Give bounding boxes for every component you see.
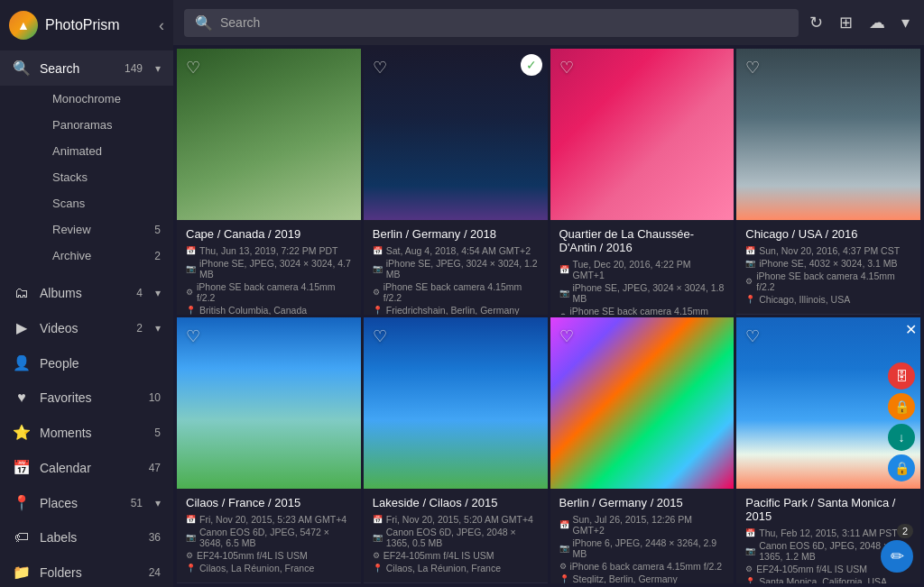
sidebar-item-folders[interactable]: 📁 Folders 24 xyxy=(0,555,173,587)
photo-info-cape: Cape / Canada / 2019 📅 Thu, Jun 13, 2019… xyxy=(177,220,361,315)
card-action-buttons: 🗄 🔒 ↓ 🔒 xyxy=(888,362,915,482)
action-fab-orange[interactable]: 🔒 xyxy=(888,393,915,420)
sidebar-item-search[interactable]: 🔍 Search 149 ▾ xyxy=(0,50,173,86)
photo-date-p1: 📅 Thu, Jun 13, 2019, 7:22 PM PDT xyxy=(186,245,352,256)
search-icon: 🔍 xyxy=(13,60,31,77)
photo-location-p1: 📍 British Columbia, Canada xyxy=(186,305,352,315)
heart-button-p3[interactable]: ♡ xyxy=(556,54,578,81)
sidebar-header: ▲ PhotoPrism ‹ xyxy=(0,0,173,50)
topbar: 🔍 ↻ ⊞ ☁ ▾ xyxy=(173,0,924,45)
photo-title-p2: Berlin / Germany / 2018 xyxy=(373,227,539,241)
sidebar-item-stacks[interactable]: Stacks xyxy=(40,164,173,190)
sidebar-item-places[interactable]: 📍 Places 51 ▾ xyxy=(0,485,173,520)
videos-icon: ▶ xyxy=(13,319,31,336)
calendar-icon: 📅 xyxy=(13,459,31,476)
sidebar-search-label: Search xyxy=(40,61,116,76)
fab-badge-count: 2 xyxy=(897,524,913,538)
photo-card-berlin2015[interactable]: ♡ Berlin / Germany / 2015 📅 Sun, Jul 26,… xyxy=(550,317,735,583)
albums-icon: 🗂 xyxy=(13,285,31,301)
search-sub-menu: Monochrome Panoramas Animated Stacks Sca… xyxy=(0,86,173,269)
labels-icon: 🏷 xyxy=(13,529,31,546)
search-box[interactable]: 🔍 xyxy=(184,9,799,37)
photo-lens-p1: ⚙ iPhone SE back camera 4.15mm f/2.2 xyxy=(186,281,352,303)
refresh-button[interactable]: ↻ xyxy=(806,9,827,36)
photo-camera-p1: 📷 iPhone SE, JPEG, 3024 × 3024, 4.7 MB xyxy=(186,258,352,280)
photo-title-p4: Chicago / USA / 2016 xyxy=(745,227,911,241)
sidebar-item-archive[interactable]: Archive 2 xyxy=(40,243,173,269)
sidebar-item-animated[interactable]: Animated xyxy=(40,138,173,164)
sidebar-item-scans[interactable]: Scans xyxy=(40,190,173,216)
photo-info-chicago: Chicago / USA / 2016 📅 Sun, Nov 20, 2016… xyxy=(736,220,920,314)
sidebar: ▲ PhotoPrism ‹ 🔍 Search 149 ▾ Monochrome… xyxy=(0,0,173,587)
search-section: 🔍 Search 149 ▾ Monochrome Panoramas Anim… xyxy=(0,50,173,269)
sidebar-item-moments[interactable]: ⭐ Moments 5 xyxy=(0,415,173,450)
main-nav-section: 🗂 Albums 4 ▾ ▶ Videos 2 ▾ 👤 People ♥ Fav… xyxy=(0,276,173,587)
moments-icon: ⭐ xyxy=(13,424,31,441)
photo-card-paris[interactable]: ♡ Quartier de La Chaussée-D'Antin / 2016… xyxy=(550,49,735,315)
upload-button[interactable]: ☁ xyxy=(865,9,889,36)
favorites-icon: ♥ xyxy=(13,390,31,406)
sidebar-item-people[interactable]: 👤 People xyxy=(0,345,173,381)
videos-expand-icon: ▾ xyxy=(155,322,161,335)
people-icon: 👤 xyxy=(13,354,31,371)
sidebar-item-favorites[interactable]: ♥ Favorites 10 xyxy=(0,381,173,415)
photo-info-berlin2015: Berlin / Germany / 2015 📅 Sun, Jul 26, 2… xyxy=(550,489,735,583)
heart-button-p2[interactable]: ♡ xyxy=(369,54,391,81)
topbar-actions: ↻ ⊞ ☁ ▾ xyxy=(806,9,913,36)
photo-info-cilaos: Cilaos / France / 2015 📅 Fri, Nov 20, 20… xyxy=(177,489,361,582)
heart-button-p7[interactable]: ♡ xyxy=(556,323,578,350)
heart-button-p6[interactable]: ♡ xyxy=(369,323,391,350)
app-logo: ▲ xyxy=(9,11,38,40)
photo-title-p6: Lakeside / Cilaos / 2015 xyxy=(373,496,539,509)
heart-button-p1[interactable]: ♡ xyxy=(182,54,204,81)
photo-card-berlin2018[interactable]: ♡ ✓ Berlin / Germany / 2018 📅 Sat, Aug 4… xyxy=(364,49,548,315)
photo-card-cape[interactable]: ♡ Cape / Canada / 2019 📅 Thu, Jun 13, 20… xyxy=(177,49,361,315)
app-title: PhotoPrism xyxy=(45,17,120,33)
photo-info-lakeside: Lakeside / Cilaos / 2015 📅 Fri, Nov 20, … xyxy=(364,489,548,582)
heart-button-p4[interactable]: ♡ xyxy=(742,54,763,81)
check-button-p2[interactable]: ✓ xyxy=(521,54,542,76)
main-content: 🔍 ↻ ⊞ ☁ ▾ ♡ Cape / Canada / 2019 📅 Thu, … xyxy=(173,0,924,587)
search-input[interactable] xyxy=(220,15,788,30)
sidebar-item-panoramas[interactable]: Panoramas xyxy=(40,112,173,138)
photo-title-p7: Berlin / Germany / 2015 xyxy=(559,496,725,509)
places-icon: 📍 xyxy=(13,494,31,511)
action-fab-red[interactable]: 🗄 xyxy=(888,362,915,390)
sidebar-item-albums[interactable]: 🗂 Albums 4 ▾ xyxy=(0,276,173,310)
albums-expand-icon: ▾ xyxy=(155,287,161,299)
main-fab-button[interactable]: ✏ xyxy=(881,540,913,573)
photo-card-chicago[interactable]: ♡ Chicago / USA / 2016 📅 Sun, Nov 20, 20… xyxy=(736,49,920,315)
sidebar-item-review[interactable]: Review 5 xyxy=(40,216,173,243)
sidebar-search-count: 149 xyxy=(125,62,143,75)
photo-grid: ♡ Cape / Canada / 2019 📅 Thu, Jun 13, 20… xyxy=(173,45,924,587)
sidebar-item-videos[interactable]: ▶ Videos 2 ▾ xyxy=(0,310,173,345)
photo-title-p8: Pacific Park / Santa Monica / 2015 xyxy=(745,496,911,523)
photo-info-paris: Quartier de La Chaussée-D'Antin / 2016 📅… xyxy=(550,220,735,315)
action-fab-teal[interactable]: ↓ xyxy=(888,424,915,451)
places-expand-icon: ▾ xyxy=(155,497,161,509)
photo-title-p1: Cape / Canada / 2019 xyxy=(186,227,352,241)
folders-icon: 📁 xyxy=(13,564,31,581)
heart-button-p5[interactable]: ♡ xyxy=(182,323,204,350)
sidebar-item-monochrome[interactable]: Monochrome xyxy=(40,86,173,112)
photo-card-cilaos[interactable]: ♡ Cilaos / France / 2015 📅 Fri, Nov 20, … xyxy=(177,317,361,583)
photo-title-p3: Quartier de La Chaussée-D'Antin / 2016 xyxy=(559,227,725,254)
photo-card-pacific[interactable]: ♡ ✕ 🗄 🔒 ↓ 🔒 Pacific Park / Santa Monica … xyxy=(736,317,920,583)
search-expand-icon: ▾ xyxy=(155,62,161,75)
sidebar-item-calendar[interactable]: 📅 Calendar 47 xyxy=(0,450,173,485)
photo-title-p5: Cilaos / France / 2015 xyxy=(186,496,352,509)
photo-card-lakeside[interactable]: ♡ Lakeside / Cilaos / 2015 📅 Fri, Nov 20… xyxy=(364,317,548,583)
more-options-button[interactable]: ▾ xyxy=(898,9,913,36)
action-fab-blue[interactable]: 🔒 xyxy=(888,454,915,482)
collapse-sidebar-button[interactable]: ‹ xyxy=(159,16,164,35)
close-button-p8[interactable]: ✕ xyxy=(905,321,917,338)
grid-view-button[interactable]: ⊞ xyxy=(836,9,856,36)
photo-info-berlin2018: Berlin / Germany / 2018 📅 Sat, Aug 4, 20… xyxy=(364,220,548,315)
sidebar-item-labels[interactable]: 🏷 Labels 36 xyxy=(0,520,173,555)
search-icon-topbar: 🔍 xyxy=(195,14,213,32)
heart-button-p8[interactable]: ♡ xyxy=(742,323,763,350)
